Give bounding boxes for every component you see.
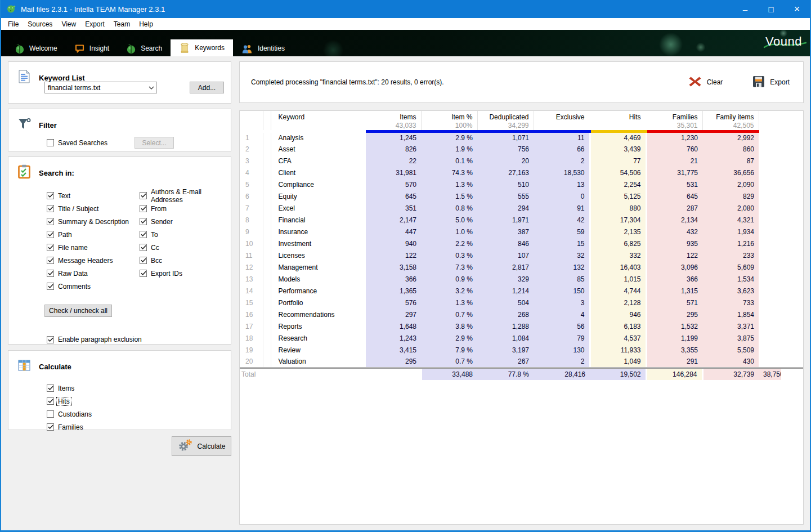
app-icon: [6, 4, 16, 14]
table-row[interactable]: 6Equity6451.5 %55505,125645829: [240, 191, 803, 203]
table-row[interactable]: 8Financial2,1475.0 %1,9714217,3042,1344,…: [240, 214, 803, 226]
table-row[interactable]: 14Performance1,3653.2 %1,2141504,7441,31…: [240, 285, 803, 297]
checkbox-hits[interactable]: Hits: [47, 395, 231, 408]
checkbox-comments[interactable]: Comments: [47, 280, 140, 293]
table-row[interactable]: 15Portfolio5761.3 %50432,128571733: [240, 297, 803, 309]
checkbox-box: [47, 205, 54, 212]
keyword-list-select[interactable]: financial terms.txt: [44, 82, 157, 93]
cell-keyword: Excel: [271, 203, 365, 214]
checkbox-label: From: [150, 205, 168, 213]
column-header-exclusive[interactable]: Exclusive: [534, 111, 590, 132]
checkbox-families[interactable]: Families: [47, 421, 231, 433]
cell-num: 6: [240, 191, 263, 203]
search-in-title: Search in:: [39, 169, 74, 177]
checkbox-title-subject[interactable]: Title / Subject: [47, 202, 140, 215]
select-button[interactable]: Select...: [135, 137, 174, 149]
column-header-item_pct[interactable]: Item %100%: [421, 111, 477, 132]
table-row[interactable]: 10Investment9402.2 %846156,8259351,216: [240, 238, 803, 250]
menu-team[interactable]: Team: [109, 19, 135, 29]
cell-fill: [759, 297, 781, 309]
cell-num: 2: [240, 144, 263, 155]
table-row[interactable]: 7Excel3510.8 %294918802872,080: [240, 203, 803, 214]
table-row[interactable]: 11Licenses1220.3 %10732332122233: [240, 250, 803, 262]
filter-title: Filter: [39, 121, 57, 129]
check-uncheck-all-button[interactable]: Check / uncheck all: [44, 305, 112, 317]
search-in-panel: Search in: TextTitle / SubjectSummary & …: [8, 157, 231, 345]
menu-sources[interactable]: Sources: [23, 19, 57, 29]
cell-exclusive: 18,530: [534, 167, 590, 179]
tab-welcome[interactable]: Welcome: [6, 41, 66, 56]
checkbox-cc[interactable]: Cc: [140, 241, 231, 254]
table-row[interactable]: 16Recommendations2970.7 %26849462951,854: [240, 309, 803, 321]
table-row[interactable]: 5Compliance5701.3 %510132,2545312,090: [240, 179, 803, 191]
column-header-items[interactable]: Items43,033: [365, 111, 421, 132]
checkbox-raw-data[interactable]: Raw Data: [47, 267, 140, 280]
maximize-button[interactable]: □: [758, 0, 784, 18]
floppy-disk-icon: [752, 75, 765, 90]
cell-item_pct: 0.7 %: [421, 356, 477, 368]
tab-identities[interactable]: Identities: [233, 41, 293, 56]
checkbox-export-ids[interactable]: Export IDs: [140, 267, 231, 280]
checkbox-path[interactable]: Path: [47, 228, 140, 241]
table-row[interactable]: 3CFA220.1 %202772187: [240, 155, 803, 167]
speech-bubble-icon: [74, 43, 85, 53]
menu-view[interactable]: View: [57, 19, 80, 29]
clear-button-label: Clear: [707, 78, 723, 86]
cell-hits: 3,439: [590, 144, 646, 155]
checkbox-custodians[interactable]: Custodians: [47, 408, 231, 421]
export-button[interactable]: Export: [752, 75, 790, 90]
column-label: Family items: [707, 113, 754, 122]
menu-file[interactable]: File: [3, 19, 23, 29]
cell-hits: 16,403: [590, 262, 646, 274]
checkbox-file-name[interactable]: File name: [47, 241, 140, 254]
tab-strip: WelcomeInsightSearchKeywordsIdentities V…: [1, 30, 810, 56]
checkbox-from[interactable]: From: [140, 202, 231, 215]
close-button[interactable]: ×: [784, 0, 810, 18]
checkbox-sender[interactable]: Sender: [140, 215, 231, 228]
checkbox-label: Families: [57, 423, 84, 431]
checkbox-message-headers[interactable]: Message Headers: [47, 254, 140, 267]
table-row[interactable]: 19Review3,4157.9 %3,19713011,9333,3555,5…: [240, 345, 803, 356]
table-row[interactable]: 13Models3660.9 %329851,0153661,534: [240, 274, 803, 285]
cell-spacer: [263, 333, 271, 345]
checkbox-saved-searches[interactable]: Saved Searches: [47, 139, 109, 147]
tab-keywords[interactable]: Keywords: [171, 39, 233, 56]
cell-keyword: Analysis: [271, 132, 365, 144]
checkbox-enable-paragraph-exclusion[interactable]: Enable paragraph exclusion: [47, 336, 231, 343]
table-row[interactable]: 18Research1,2432.9 %1,084794,5371,1993,8…: [240, 333, 803, 345]
table-row[interactable]: 4Client31,98174.3 %27,16318,53054,50631,…: [240, 167, 803, 179]
add-button[interactable]: Add...: [190, 82, 224, 93]
checkbox-items[interactable]: Items: [47, 382, 231, 395]
cell-fill: [759, 356, 781, 368]
tab-insight[interactable]: Insight: [66, 41, 118, 56]
table-row[interactable]: 9Insurance4471.0 %387592,1354321,934: [240, 226, 803, 238]
checkbox-summary-description[interactable]: Summary & Description: [47, 215, 140, 228]
column-header-dedup[interactable]: Deduplicated34,299: [477, 111, 534, 132]
column-header-keyword[interactable]: Keyword: [271, 111, 365, 132]
checkbox-box: [140, 218, 147, 225]
checkbox-bcc[interactable]: Bcc: [140, 254, 231, 267]
column-header-hits[interactable]: Hits: [590, 111, 646, 132]
keyword-list-title: Keyword List: [39, 74, 85, 82]
column-label: Keyword: [276, 113, 360, 122]
checkbox-text[interactable]: Text: [47, 189, 140, 202]
cell-spacer: [263, 191, 271, 203]
minimize-button[interactable]: –: [732, 0, 758, 18]
clear-button[interactable]: Clear: [688, 75, 723, 90]
calculate-button[interactable]: Calculate: [172, 436, 231, 456]
table-icon: [17, 358, 32, 375]
cell-exclusive: 0: [534, 191, 590, 203]
checkbox-authors-e-mail-addresses[interactable]: Authors & E-mail Addresses: [140, 189, 231, 202]
column-header-families[interactable]: Families35,301: [646, 111, 702, 132]
column-header-family_items[interactable]: Family items42,505: [702, 111, 759, 132]
tab-search[interactable]: Search: [118, 41, 171, 56]
checkbox-to[interactable]: To: [140, 228, 231, 241]
menu-help[interactable]: Help: [135, 19, 158, 29]
table-row[interactable]: 1Analysis1,2452.9 %1,071114,4691,2302,99…: [240, 132, 803, 144]
column-label: Exclusive: [539, 113, 585, 122]
table-row[interactable]: 20Valuation2950.7 %26721,049291430: [240, 356, 803, 368]
menu-export[interactable]: Export: [80, 19, 109, 29]
table-row[interactable]: 12Management3,1587.3 %2,81713216,4033,09…: [240, 262, 803, 274]
table-row[interactable]: 17Reports1,6483.8 %1,288566,1831,5323,37…: [240, 321, 803, 333]
table-row[interactable]: 2Asset8261.9 %756663,439760860: [240, 144, 803, 155]
